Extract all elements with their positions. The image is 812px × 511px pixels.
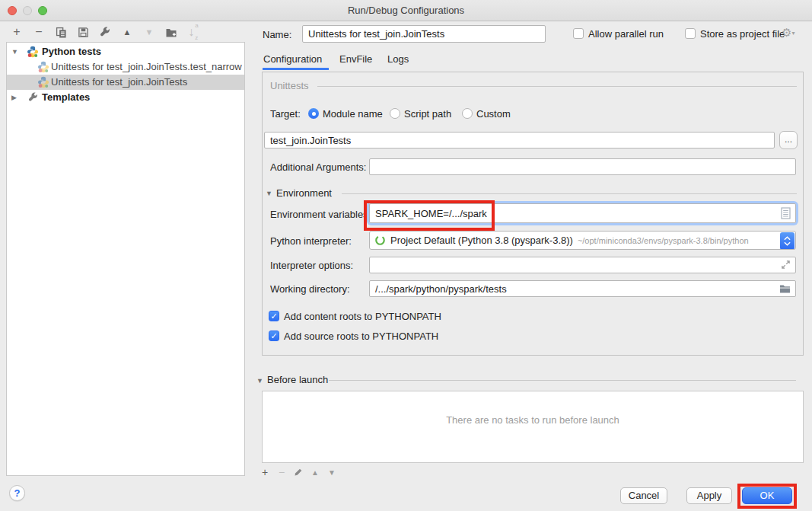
name-label: Name: (263, 29, 291, 41)
interpreter-options-label: Interpreter options: (270, 260, 353, 272)
tree-item-python-tests[interactable]: ▼ Python tests (7, 44, 244, 59)
move-down-icon: ▼ (143, 26, 155, 38)
task-up-icon: ▲ (310, 468, 320, 477)
tree-item-label: Python tests (42, 44, 101, 59)
additional-arguments-input[interactable] (369, 158, 796, 175)
conda-env-icon (374, 235, 386, 246)
task-down-icon: ▼ (326, 468, 337, 477)
expanded-arrow-icon[interactable]: ▼ (11, 44, 21, 59)
store-as-project-file-checkbox[interactable] (685, 28, 696, 39)
configuration-panel: Unittests Target: Module name Script pat… (262, 72, 804, 356)
python-test-icon (37, 61, 49, 75)
window-title: Run/Debug Configurations (0, 0, 812, 21)
apply-button[interactable]: Apply (686, 487, 732, 504)
target-script-path-label: Script path (404, 108, 451, 120)
add-task-icon[interactable]: + (260, 466, 270, 478)
gear-dropdown-glyph: ▾ (791, 30, 794, 37)
before-launch-toolbar: + − ▲ ▼ (260, 466, 337, 478)
tree-item-unittests-test-narrow[interactable]: Unittests for test_join.JoinTests.test_n… (7, 59, 244, 75)
templates-wrench-icon (28, 92, 39, 105)
browse-button[interactable]: ... (779, 131, 798, 149)
python-interpreter-select[interactable]: Project Default (Python 3.8 (pyspark-3.8… (369, 231, 796, 250)
ok-button[interactable]: OK (742, 487, 792, 504)
environment-variables-label: Environment variables: (270, 209, 371, 221)
interpreter-options-input[interactable] (369, 257, 796, 273)
tree-item-label: Templates (42, 90, 90, 105)
edit-templates-icon[interactable] (99, 26, 111, 38)
add-content-roots-label: Add content roots to PYTHONPATH (284, 311, 441, 323)
environment-section-label: Environment (276, 187, 332, 200)
sort-configurations-icon: ↓ a z (187, 26, 199, 38)
target-label: Target: (270, 108, 301, 120)
python-interpreter-value: Project Default (Python 3.8 (pyspark-3.8… (390, 235, 573, 246)
titlebar: Run/Debug Configurations (0, 0, 812, 21)
gear-glyph: ⚙ (782, 26, 791, 39)
store-as-project-file-label: Store as project file (700, 28, 785, 40)
tree-item-unittests-jointests[interactable]: Unittests for test_join.JoinTests (7, 75, 244, 90)
environment-variables-field (369, 203, 796, 223)
collapsed-arrow-icon[interactable]: ▶ (11, 90, 21, 105)
configurations-toolbar: + − ▲ ▼ ↓ a z (11, 25, 199, 39)
cancel-button[interactable]: Cancel (620, 487, 667, 504)
python-interpreter-path: ~/opt/miniconda3/envs/pyspark-3.8/bin/py… (578, 236, 749, 245)
add-source-roots-checkbox[interactable]: ✓ (269, 331, 279, 341)
working-directory-label: Working directory: (270, 283, 350, 295)
unittests-group-label: Unittests (270, 80, 309, 92)
working-directory-input[interactable] (369, 280, 796, 297)
expand-field-icon[interactable] (781, 260, 791, 272)
name-input[interactable] (302, 25, 546, 43)
before-launch-arrow-icon[interactable]: ▼ (256, 376, 263, 385)
before-launch-tasks-panel: There are no tasks to run before launch (262, 391, 804, 463)
gear-icon[interactable]: ⚙▾ (782, 26, 794, 40)
target-module-name-label: Module name (323, 108, 383, 120)
run-debug-configurations-dialog: Run/Debug Configurations + − ▲ ▼ ↓ a z (0, 0, 812, 511)
configurations-tree: ▼ Python tests Unittests for test_join.J… (6, 42, 245, 476)
target-script-path-radio[interactable] (390, 108, 400, 119)
environment-separator-line (342, 193, 797, 194)
python-interpreter-label: Python interpreter: (270, 235, 352, 248)
module-name-input[interactable] (264, 132, 775, 149)
remove-task-icon: − (276, 466, 287, 478)
move-up-icon[interactable]: ▲ (121, 26, 133, 38)
tab-configuration[interactable]: Configuration (263, 53, 322, 65)
new-folder-icon[interactable] (165, 26, 177, 38)
python-test-icon (37, 76, 49, 90)
target-custom-radio[interactable] (462, 108, 473, 119)
add-content-roots-checkbox[interactable]: ✓ (269, 311, 279, 321)
environment-section-arrow-icon[interactable]: ▼ (266, 189, 272, 198)
combo-stepper-icon[interactable] (780, 232, 794, 250)
tree-item-label: Unittests for test_join.JoinTests (51, 75, 187, 90)
before-launch-label: Before launch (267, 374, 328, 386)
python-tests-icon (27, 46, 39, 59)
interpreter-options-field (369, 257, 796, 273)
copy-configuration-icon[interactable] (55, 26, 67, 38)
remove-configuration-icon[interactable]: − (33, 26, 45, 38)
tab-envfile[interactable]: EnvFile (339, 53, 372, 65)
active-tab-indicator (263, 68, 329, 70)
group-separator-line (317, 86, 797, 87)
folder-icon[interactable] (779, 284, 791, 295)
additional-arguments-label: Additional Arguments: (270, 161, 366, 174)
target-custom-label: Custom (476, 108, 511, 120)
env-vars-list-icon[interactable] (781, 207, 791, 222)
environment-variables-input[interactable] (369, 203, 796, 223)
sort-arrow-glyph: ↓ (188, 26, 194, 38)
allow-parallel-run-checkbox[interactable] (573, 28, 584, 39)
before-launch-separator-line (329, 380, 796, 381)
target-module-name-radio[interactable] (308, 108, 319, 119)
tree-item-templates[interactable]: ▶ Templates (7, 90, 244, 105)
sort-letter-a: a (195, 20, 198, 32)
edit-task-icon (293, 468, 304, 477)
working-directory-field (369, 280, 796, 297)
allow-parallel-run-label: Allow parallel run (588, 28, 664, 40)
before-launch-empty-message: There are no tasks to run before launch (263, 414, 803, 426)
save-configuration-icon[interactable] (77, 26, 89, 38)
help-button[interactable]: ? (9, 485, 25, 501)
tab-logs[interactable]: Logs (387, 53, 409, 65)
add-source-roots-label: Add source roots to PYTHONPATH (284, 331, 438, 343)
tree-item-label: Unittests for test_join.JoinTests.test_n… (51, 59, 242, 75)
add-configuration-icon[interactable]: + (11, 26, 23, 38)
